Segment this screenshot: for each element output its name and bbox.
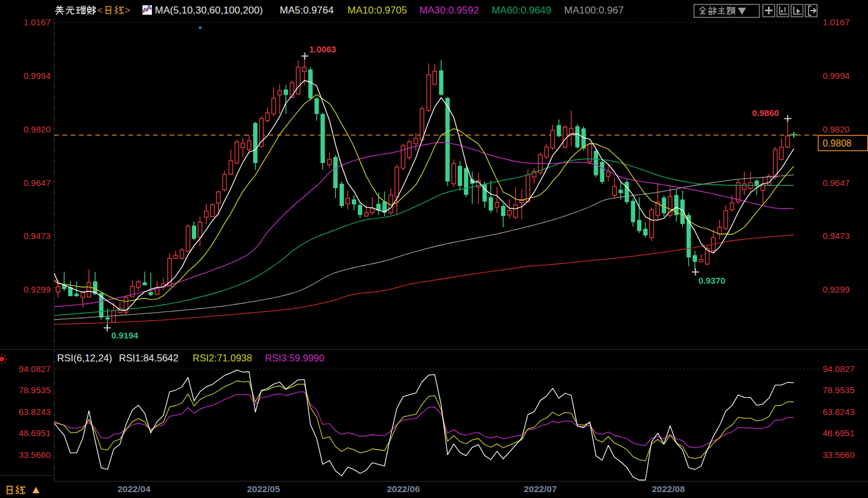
- svg-text:MA30:0.9592: MA30:0.9592: [419, 5, 479, 16]
- svg-text:63.8243: 63.8243: [823, 407, 854, 417]
- svg-text:78.9535: 78.9535: [19, 385, 51, 395]
- svg-text:0.9860: 0.9860: [752, 108, 779, 118]
- svg-text:MA60:0.9649: MA60:0.9649: [492, 5, 551, 16]
- svg-text:0.9820: 0.9820: [823, 124, 850, 134]
- svg-text:48.6951: 48.6951: [19, 428, 51, 438]
- svg-text:2022/07: 2022/07: [524, 484, 556, 494]
- svg-text:RSI3:59.9990: RSI3:59.9990: [265, 353, 324, 363]
- svg-text:0.9647: 0.9647: [24, 178, 51, 188]
- svg-text:0.9299: 0.9299: [823, 284, 850, 294]
- svg-text:0.9820: 0.9820: [24, 124, 51, 134]
- svg-text:MA10:0.9705: MA10:0.9705: [347, 5, 407, 16]
- svg-text:1.0167: 1.0167: [823, 17, 850, 27]
- svg-text:<: <: [97, 5, 102, 15]
- svg-text:94.0827: 94.0827: [19, 364, 51, 374]
- svg-text:0.9299: 0.9299: [24, 284, 51, 294]
- svg-text:2022/06: 2022/06: [387, 484, 420, 494]
- svg-text:2022/05: 2022/05: [247, 484, 280, 494]
- svg-text:78.9535: 78.9535: [823, 385, 854, 395]
- svg-text:0.9808: 0.9808: [823, 138, 852, 148]
- svg-text:0.9370: 0.9370: [698, 275, 725, 285]
- svg-text:63.8243: 63.8243: [19, 407, 51, 417]
- svg-text:2022/08: 2022/08: [652, 484, 685, 494]
- svg-text:MA100:0.967: MA100:0.967: [564, 5, 624, 16]
- svg-text:2022/04: 2022/04: [117, 484, 150, 494]
- svg-text:RSI(6,12,24): RSI(6,12,24): [57, 353, 112, 363]
- svg-text:0.9473: 0.9473: [823, 231, 850, 241]
- svg-text:1.0167: 1.0167: [24, 17, 51, 27]
- svg-text:RSI1:84.5642: RSI1:84.5642: [119, 353, 178, 363]
- svg-text:0.9994: 0.9994: [24, 71, 51, 81]
- svg-text:RSI2:71.0938: RSI2:71.0938: [193, 353, 252, 363]
- svg-text:48.6951: 48.6951: [823, 428, 854, 438]
- svg-text:0.9647: 0.9647: [823, 178, 850, 188]
- svg-text:0.9194: 0.9194: [111, 330, 139, 340]
- svg-text:>: >: [125, 5, 130, 15]
- svg-text:MA5:0.9764: MA5:0.9764: [280, 5, 334, 16]
- svg-text:0.9473: 0.9473: [24, 231, 51, 241]
- svg-text:33.5660: 33.5660: [823, 450, 854, 460]
- svg-text:MA(5,10,30,60,100,200): MA(5,10,30,60,100,200): [155, 5, 263, 16]
- svg-text:94.0827: 94.0827: [823, 364, 854, 374]
- svg-text:33.5660: 33.5660: [19, 450, 51, 460]
- svg-text:0.9994: 0.9994: [823, 71, 850, 81]
- svg-text:1.0063: 1.0063: [309, 44, 336, 54]
